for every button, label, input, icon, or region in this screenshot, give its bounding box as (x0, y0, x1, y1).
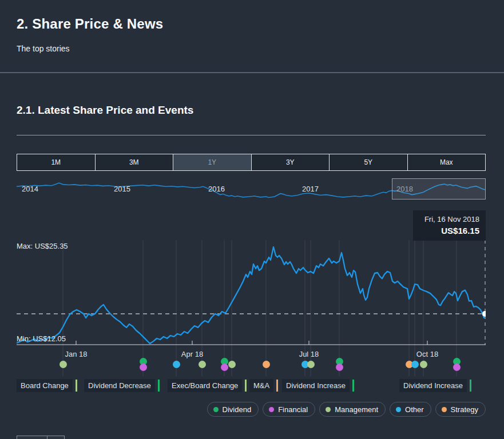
max-price-label: Max: US$25.35 (17, 242, 68, 250)
event-marker-management[interactable] (307, 361, 315, 368)
timeframe-button-max[interactable]: Max (407, 154, 486, 171)
price-line (17, 247, 485, 344)
page-title: 2. Share Price & News (17, 16, 163, 32)
event-label-chip: M&A (249, 378, 278, 392)
timeframe-selector: 1M3M1Y3Y5YMax (17, 154, 486, 171)
legend-label: Other (405, 405, 424, 414)
management-color-dot (326, 407, 331, 412)
timeframe-button-5y[interactable]: 5Y (329, 154, 408, 171)
x-axis-label-apr-18: Apr 18 (169, 350, 215, 358)
nav-year-2016: 2016 (208, 185, 225, 193)
event-marker-financial[interactable] (221, 364, 228, 371)
event-label-text: Dividend Increase (282, 379, 350, 392)
legend-item-dividend[interactable]: Dividend (207, 402, 259, 417)
nav-year-2014: 2014 (22, 185, 38, 193)
nav-year-2017: 2017 (302, 185, 319, 193)
section-title: 2.1. Latest Share Price and Events (17, 104, 193, 117)
event-marker-other[interactable] (411, 361, 419, 368)
event-label-color-bar (76, 380, 77, 392)
page-subtitle: The top stories (17, 44, 70, 53)
event-label-chip: Dividend Increase (399, 378, 471, 392)
tooltip-date: Fri, 16 Nov 2018 (419, 215, 479, 224)
event-label-color-bar (245, 380, 247, 392)
event-label-text: Exec/Board Change (168, 379, 242, 392)
event-label-text: Dividend Increase (399, 379, 467, 392)
financial-color-dot (269, 407, 274, 412)
event-label-chip: Dividend Decrease (84, 378, 160, 392)
event-marker-management[interactable] (228, 361, 236, 368)
event-label-text: M&A (249, 379, 273, 392)
x-axis-label-jan-18: Jan 18 (53, 350, 99, 358)
event-marker-management[interactable] (420, 361, 427, 368)
section-divider (0, 72, 504, 73)
event-label-color-bar (352, 380, 354, 392)
legend-label: Strategy (451, 405, 478, 414)
other-color-dot (396, 407, 401, 412)
event-label-color-bar (276, 380, 278, 392)
legend-label: Financial (278, 405, 308, 414)
price-chart[interactable]: Max: US$25.35 Min: US$12.05 (17, 240, 486, 380)
timeframe-button-3y[interactable]: 3Y (251, 154, 330, 171)
share-price-report-page: 2. Share Price & News The top stories 2.… (0, 0, 504, 439)
event-marker-management[interactable] (59, 361, 67, 368)
legend-item-financial[interactable]: Financial (263, 402, 315, 417)
event-category-legend: DividendFinancialManagementOtherStrategy (207, 402, 486, 417)
price-tooltip: Fri, 16 Nov 2018 US$16.15 (413, 210, 486, 241)
event-label-chip: Exec/Board Change (168, 378, 247, 392)
x-axis-label-jul-18: Jul 18 (286, 350, 332, 358)
legend-label: Dividend (223, 405, 252, 414)
legend-item-strategy[interactable]: Strategy (435, 402, 486, 417)
nav-year-2015: 2015 (114, 185, 130, 193)
min-price-label: Min: US$12.05 (17, 334, 66, 343)
event-marker-financial[interactable] (453, 364, 461, 371)
legend-item-management[interactable]: Management (319, 402, 386, 417)
nav-control-button-2[interactable] (47, 436, 65, 439)
event-label-color-bar (470, 380, 471, 392)
event-marker-other[interactable] (173, 361, 180, 368)
x-axis-label-oct-18: Oct 18 (404, 350, 450, 358)
event-label-chip: Dividend Increase (282, 378, 354, 392)
current-price-dot (482, 311, 486, 317)
event-marker-management[interactable] (199, 361, 206, 368)
navigator-zoom-controls (17, 436, 65, 439)
event-label-text: Dividend Decrease (84, 379, 155, 392)
nav-control-button-1[interactable] (17, 436, 47, 439)
legend-item-other[interactable]: Other (390, 402, 431, 417)
dividend-color-dot (213, 407, 219, 412)
event-marker-strategy[interactable] (263, 361, 270, 368)
timeframe-button-1y[interactable]: 1Y (173, 154, 252, 171)
range-navigator-chart[interactable]: 20142015201620172018 (17, 178, 486, 199)
event-marker-financial[interactable] (336, 364, 343, 371)
price-chart-canvas (17, 240, 486, 380)
timeframe-button-3m[interactable]: 3M (95, 154, 174, 171)
event-label-chip: Board Change (17, 378, 77, 392)
tooltip-price: US$16.15 (419, 226, 479, 236)
event-label-text: Board Change (17, 379, 73, 392)
event-label-color-bar (158, 380, 160, 392)
strategy-color-dot (442, 407, 447, 412)
section-title-underline (17, 135, 486, 135)
timeframe-button-1m[interactable]: 1M (17, 154, 96, 171)
event-marker-financial[interactable] (140, 364, 147, 371)
nav-year-2018: 2018 (396, 185, 413, 193)
legend-label: Management (335, 405, 378, 414)
